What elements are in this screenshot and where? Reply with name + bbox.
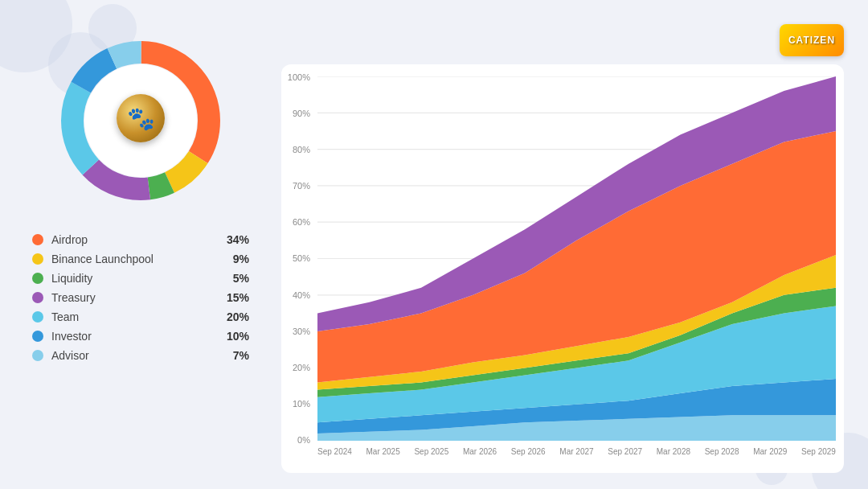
- donut-center: 🐾: [117, 94, 165, 147]
- legend-item-liquidity: Liquidity 5%: [32, 272, 249, 285]
- legend-pct: 5%: [233, 272, 249, 285]
- left-panel: 🐾 Airdrop 34% Binance Launchpool 9% Liqu…: [24, 24, 257, 473]
- y-axis-label: 80%: [281, 145, 315, 154]
- legend-pct: 9%: [233, 253, 249, 265]
- y-axis-label: 90%: [281, 109, 315, 118]
- legend-name: Advisor: [51, 349, 225, 362]
- x-axis-label: Mar 2029: [753, 447, 787, 464]
- x-axis-label: Sep 2025: [414, 447, 448, 464]
- legend-pct: 15%: [227, 291, 249, 304]
- y-axis-label: 40%: [281, 290, 315, 300]
- y-axis: 100%90%80%70%60%50%40%30%20%10%0%: [281, 72, 315, 445]
- legend-name: Investor: [51, 330, 219, 343]
- x-axis-label: Sep 2029: [801, 447, 836, 464]
- legend-name: Binance Launchpool: [51, 253, 225, 265]
- legend-dot: [32, 253, 43, 265]
- x-axis-label: Mar 2026: [463, 447, 497, 464]
- y-axis-label: 20%: [281, 363, 315, 372]
- coin-icon: 🐾: [117, 94, 165, 142]
- legend-item-treasury: Treasury 15%: [32, 291, 249, 304]
- legend-pct: 7%: [233, 349, 249, 362]
- donut-chart: 🐾: [52, 32, 229, 209]
- legend-dot: [32, 273, 43, 284]
- legend-item-advisor: Advisor 7%: [32, 349, 249, 362]
- x-axis-label: Sep 2024: [317, 447, 352, 464]
- main-layout: 🐾 Airdrop 34% Binance Launchpool 9% Liqu…: [0, 0, 868, 489]
- catizen-logo: [780, 24, 844, 56]
- legend-item-airdrop: Airdrop 34%: [32, 233, 249, 246]
- area-chart-wrapper: 100%90%80%70%60%50%40%30%20%10%0% Sep 20…: [281, 64, 844, 473]
- y-axis-label: 50%: [281, 253, 315, 263]
- right-panel: 100%90%80%70%60%50%40%30%20%10%0% Sep 20…: [281, 24, 844, 473]
- legend-item-team: Team 20%: [32, 310, 249, 323]
- legend: Airdrop 34% Binance Launchpool 9% Liquid…: [24, 233, 257, 368]
- legend-item-investor: Investor 10%: [32, 330, 249, 343]
- x-axis-label: Sep 2026: [511, 447, 546, 464]
- x-axis-label: Mar 2025: [366, 447, 400, 464]
- legend-name: Team: [51, 310, 219, 323]
- legend-dot: [32, 234, 43, 245]
- legend-dot: [32, 350, 43, 361]
- x-axis-label: Sep 2028: [705, 447, 739, 464]
- x-axis-label: Sep 2027: [608, 447, 642, 464]
- y-axis-label: 10%: [281, 399, 315, 409]
- y-axis-label: 60%: [281, 217, 315, 227]
- y-axis-label: 30%: [281, 327, 315, 336]
- legend-dot: [32, 292, 43, 303]
- y-axis-label: 100%: [281, 72, 315, 82]
- legend-name: Liquidity: [51, 272, 225, 285]
- area-chart-svg: [317, 76, 836, 441]
- x-axis-label: Mar 2028: [657, 447, 690, 464]
- legend-pct: 10%: [227, 330, 249, 343]
- legend-item-binance-launchpool: Binance Launchpool 9%: [32, 253, 249, 265]
- legend-dot: [32, 331, 43, 342]
- y-axis-label: 70%: [281, 181, 315, 191]
- x-axis: Sep 2024Mar 2025Sep 2025Mar 2026Sep 2026…: [317, 444, 836, 464]
- legend-dot: [32, 311, 43, 323]
- x-axis-label: Mar 2027: [559, 447, 593, 464]
- legend-pct: 20%: [227, 310, 249, 323]
- chart-header: [281, 24, 844, 56]
- legend-name: Airdrop: [51, 233, 219, 246]
- y-axis-label: 0%: [281, 435, 315, 445]
- legend-pct: 34%: [227, 233, 249, 246]
- legend-name: Treasury: [51, 291, 219, 304]
